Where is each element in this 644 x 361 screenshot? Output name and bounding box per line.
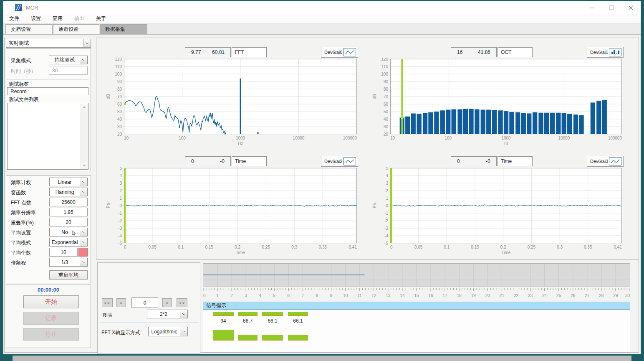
oct-channel-box[interactable]: Dev6/ai1 [587,47,624,58]
chart-layout-label: 图表 [103,312,113,319]
oct-type-box: OCT [498,47,533,57]
svg-text:3: 3 [245,293,247,298]
svg-text:20: 20 [117,132,122,137]
fft-channel-box[interactable]: Dev6/ai0 [321,47,358,58]
line-chart-icon [343,48,356,56]
time3-channel-box[interactable]: Dev6/ai3 [587,156,624,167]
test-mode-select[interactable]: 实时测试 [6,39,91,48]
octave-select[interactable]: 1/3 [49,258,88,267]
svg-text:28: 28 [599,293,604,298]
average-setting-select[interactable]: No [49,228,88,236]
signal-peak-bar [288,335,308,341]
scrollbar-up-icon[interactable] [81,104,87,110]
fft-points-value: 25600 [61,199,75,205]
svg-text:30: 30 [384,125,389,129]
maximize-button[interactable] [601,1,621,14]
dropdown-arrow-icon[interactable] [180,310,187,318]
tab-bar: 文档设置 通道设置 数据采集 [3,24,641,35]
signal-value: 66.7 [236,318,260,324]
average-count-label: 平均个数 [11,249,31,257]
close-button[interactable] [621,1,641,14]
restart-average-button[interactable]: 重启平均 [49,270,88,280]
page-index-box[interactable]: 0 [131,297,158,308]
time3-chart-plot[interactable]: 00.050.10.150.20.250.30.350.41-5-4-3-2-1… [367,167,636,255]
svg-text:0.25: 0.25 [528,245,536,249]
fft-chart-plot[interactable]: 1010010001000010000020304050607080901001… [99,58,364,146]
time2-chart-plot[interactable]: 00.050.10.150.20.250.30.350.41-5-4-3-2-1… [99,167,364,255]
svg-text:Pa: Pa [372,203,377,208]
fft-points-label: FFT 点数 [11,199,31,206]
oct-cursor-readout: 16 41.86 [451,47,497,57]
window-function-select[interactable]: Hanning [49,188,88,196]
svg-text:-1: -1 [384,211,388,216]
svg-text:100: 100 [115,72,122,76]
svg-text:100000: 100000 [608,136,622,140]
svg-text:80: 80 [384,87,389,92]
svg-text:1: 1 [119,196,122,201]
average-count-input[interactable]: 10 [49,248,78,257]
svg-text:0.05: 0.05 [414,245,423,249]
time-seconds-value: 30 [52,68,58,74]
test-label-input[interactable]: Record [7,87,88,95]
tab-data-acquisition[interactable]: 数据采集 [100,24,147,34]
svg-text:100: 100 [381,72,388,76]
svg-text:-5: -5 [384,241,388,246]
overlap-label: 重叠率(%) [11,219,34,226]
menu-file[interactable]: 文件 [3,15,25,22]
acquisition-mode-select[interactable]: 持续测试 [49,56,88,64]
dropdown-arrow-icon[interactable] [80,178,87,186]
average-mode-select[interactable]: Exponential [49,238,88,247]
record-timeline[interactable]: 0123456789101112131415161718192021222324… [203,263,630,300]
prev-page-button[interactable]: < [116,298,126,307]
menu-application[interactable]: 应用 [47,15,68,22]
fft-points-input[interactable]: 25600 [49,198,88,206]
next-page-button[interactable]: > [162,298,172,307]
first-page-button[interactable]: << [102,298,113,307]
freq-resolution-input[interactable]: 1.95 [49,208,88,216]
dropdown-arrow-icon[interactable] [180,327,187,336]
tab-channel-settings[interactable]: 通道设置 [53,24,99,34]
fft-xaxis-select[interactable]: Logarithmic [148,327,188,336]
fft-xaxis-label: FFT X轴显示方式 [101,329,140,336]
tab-document-settings[interactable]: 文档设置 [5,24,53,34]
svg-text:0.15: 0.15 [471,245,479,249]
oct-chart-plot[interactable]: 1010010001000010000020304050607080901001… [367,58,636,146]
svg-text:90: 90 [117,79,122,84]
svg-text:0: 0 [119,203,122,208]
dropdown-arrow-icon[interactable] [80,188,87,196]
average-mode-label: 平均模式 [11,239,31,247]
svg-text:13: 13 [386,293,391,298]
freq-weighting-select[interactable]: Linear [49,178,88,186]
svg-text:26: 26 [571,293,576,298]
time-seconds-input: 30 [49,66,88,75]
menu-about[interactable]: 关于 [90,15,112,22]
dropdown-arrow-icon[interactable] [80,238,87,246]
dropdown-arrow-icon[interactable] [83,39,91,47]
svg-text:15: 15 [414,293,419,298]
dropdown-arrow-icon[interactable] [80,56,87,64]
test-label-label: 测试标签 [9,81,29,88]
line-chart-icon [609,157,621,165]
svg-text:10: 10 [343,293,348,298]
signal-peak-bar [238,335,258,341]
minimize-button[interactable] [582,1,601,14]
average-setting-label: 平均设置 [11,229,31,236]
scrollbar-down-icon[interactable] [81,162,87,169]
listbox-scrollbar[interactable] [81,104,88,169]
start-button[interactable]: 开始 [23,295,79,308]
overlap-input[interactable]: 20 [49,218,88,226]
svg-text:-4: -4 [118,234,122,238]
svg-text:1000: 1000 [501,136,511,140]
menu-settings[interactable]: 设置 [25,15,47,22]
test-mode-value: 实时测试 [6,39,83,47]
test-file-listbox[interactable] [7,103,88,170]
freq-weighting-value: Linear [50,178,80,186]
fft-channel-label: Dev6/ai0 [324,50,342,55]
time2-channel-box[interactable]: Dev6/ai2 [321,156,358,167]
chart-layout-select[interactable]: 2*2 [147,310,188,318]
last-page-button[interactable]: >> [177,298,187,307]
svg-text:19: 19 [471,293,476,298]
dropdown-arrow-icon[interactable] [80,258,87,266]
svg-text:7: 7 [302,293,304,298]
dropdown-arrow-icon[interactable] [80,228,87,236]
